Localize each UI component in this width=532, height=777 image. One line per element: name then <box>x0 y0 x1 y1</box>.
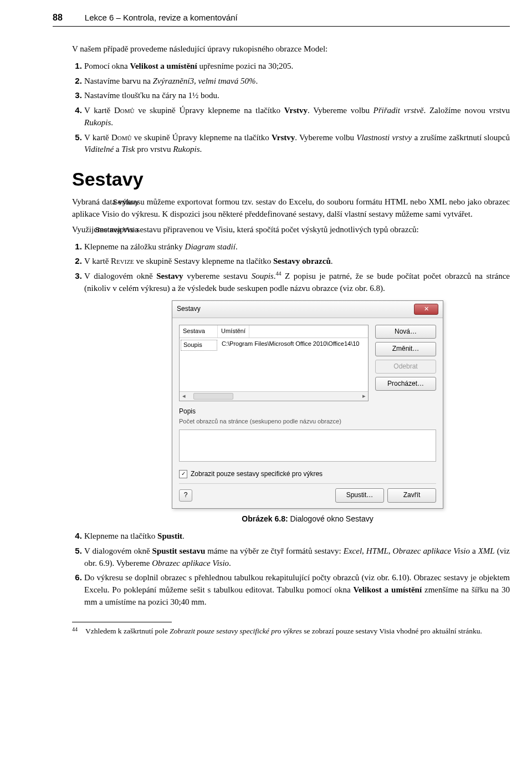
footnote-separator <box>72 622 172 622</box>
figure-caption: Obrázek 6.8: Dialogové okno Sestavy <box>172 513 443 524</box>
step-c5: V dialogovém okně Spustit sestavu máme n… <box>84 545 510 570</box>
dialog-titlebar: Sestavy ✕ <box>172 301 443 318</box>
step-b1: Klepneme na záložku stránky Diagram stad… <box>84 241 510 253</box>
col-umisteni: Umístění <box>218 325 249 338</box>
step-a5: V kartě Domů ve skupině Úpravy klepneme … <box>84 131 510 156</box>
page-header: 88 Lekce 6 – Kontrola, revize a komentov… <box>53 11 510 27</box>
close-icon[interactable]: ✕ <box>414 304 438 315</box>
page-number: 88 <box>53 11 63 24</box>
step-b3: V dialogovém okně Sestavy vybereme sesta… <box>84 270 510 295</box>
report-list[interactable]: Sestava Umístění Soupis C:\Program Files… <box>179 325 369 401</box>
cell-umisteni: C:\Program Files\Microsoft Office 2010\O… <box>218 339 368 351</box>
sidenote-sestavy: Sestavy <box>83 197 139 208</box>
dialog-title: Sestavy <box>177 304 201 314</box>
browse-button[interactable]: Procházet… <box>375 377 436 391</box>
steps-list-c: Klepneme na tlačítko Spustit. V dialogov… <box>72 530 510 609</box>
description-label: Popis <box>179 407 436 416</box>
lesson-title: Lekce 6 – Kontrola, revize a komentování <box>85 12 238 24</box>
scroll-thumb[interactable] <box>193 393 233 400</box>
new-button[interactable]: Nová… <box>375 325 436 339</box>
intro-text: V našem případě provedeme následující úp… <box>72 43 510 55</box>
run-button[interactable]: Spustit… <box>335 488 384 502</box>
horizontal-scrollbar[interactable]: ◂ ▸ <box>180 391 368 401</box>
step-a4: V kartě Domů ve skupině Úpravy klepneme … <box>84 104 510 129</box>
step-a1: Pomocí okna Velikost a umístění upřesním… <box>84 60 510 73</box>
step-a3: Nastavíme tloušťku na čáry na 1½ bodu. <box>84 89 510 102</box>
list-row-soupis[interactable]: Soupis C:\Program Files\Microsoft Office… <box>180 338 368 352</box>
col-sestava: Sestava <box>180 325 218 338</box>
step-c4: Klepneme na tlačítko Spustit. <box>84 530 510 543</box>
edit-button[interactable]: Změnit… <box>375 342 436 356</box>
scroll-right-icon[interactable]: ▸ <box>360 392 368 401</box>
step-c6: Do výkresu se doplnil obrazec s přehledn… <box>84 571 510 608</box>
sidenote-sestava-visia: Sestava Visia <box>83 225 139 236</box>
close-button[interactable]: Zavřít <box>387 488 436 502</box>
list-empty-area <box>180 352 368 391</box>
steps-list-a: Pomocí okna Velikost a umístění upřesním… <box>72 60 510 156</box>
step-b2: V kartě Revize ve skupině Sestavy klepne… <box>84 255 510 268</box>
description-box <box>179 430 436 462</box>
remove-button: Odebrat <box>375 360 436 374</box>
checkbox-label: Zobrazit pouze sestavy specifické pro vý… <box>191 469 323 479</box>
footnote-44: 44 Vzhledem k zaškrtnutí pole Zobrazit p… <box>72 626 510 637</box>
dialog-sestavy: Sestavy ✕ Sestava Umístění Soupis C:\Pr <box>172 300 443 509</box>
scroll-left-icon[interactable]: ◂ <box>180 392 188 401</box>
description-text: Počet obrazců na stránce (seskupeno podl… <box>179 417 436 426</box>
cell-sestava: Soupis <box>181 340 217 351</box>
step-a2: Nastavíme barvu na Zvýraznění3, velmi tm… <box>84 75 510 88</box>
figure-6-8: Sestavy ✕ Sestava Umístění Soupis C:\Pr <box>172 300 443 524</box>
help-icon[interactable]: ? <box>179 489 192 502</box>
steps-list-b: Klepneme na záložku stránky Diagram stad… <box>72 241 510 295</box>
section-heading: Sestavy <box>72 166 510 193</box>
show-specific-checkbox[interactable]: ✓ <box>179 470 187 478</box>
list-header: Sestava Umístění <box>180 325 368 338</box>
footnote-number: 44 <box>72 626 81 637</box>
